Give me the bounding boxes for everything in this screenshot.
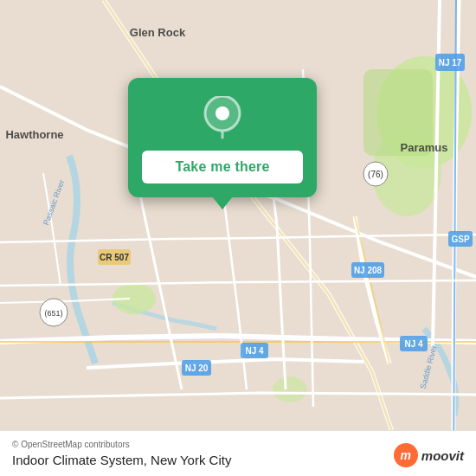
svg-text:(651): (651) bbox=[44, 309, 62, 318]
moovit-logo: m moovit bbox=[394, 443, 464, 467]
svg-text:NJ 4: NJ 4 bbox=[245, 346, 264, 356]
location-icon-wrapper bbox=[199, 95, 246, 142]
popup-card: Take me there bbox=[128, 78, 317, 197]
location-pin-icon bbox=[203, 96, 241, 141]
map-container: NJ 17 (76) NJ 208 NJ 4 NJ 4 NJ 20 CR 507… bbox=[0, 0, 476, 476]
svg-text:NJ 4: NJ 4 bbox=[404, 339, 423, 349]
svg-point-5 bbox=[273, 376, 307, 402]
svg-text:GSP: GSP bbox=[451, 235, 469, 244]
moovit-logo-icon: m bbox=[394, 443, 418, 467]
svg-text:(76): (76) bbox=[368, 170, 383, 179]
svg-text:NJ 20: NJ 20 bbox=[185, 363, 209, 373]
bottom-bar: © OpenStreetMap contributors Indoor Clim… bbox=[0, 430, 476, 476]
svg-text:CR 507: CR 507 bbox=[100, 253, 129, 262]
location-name: Indoor Climate System, New York City bbox=[12, 453, 231, 467]
map-background: NJ 17 (76) NJ 208 NJ 4 NJ 4 NJ 20 CR 507… bbox=[0, 0, 476, 476]
svg-point-31 bbox=[215, 106, 229, 120]
svg-text:Hawthorne: Hawthorne bbox=[5, 128, 63, 141]
svg-text:NJ 17: NJ 17 bbox=[439, 58, 462, 68]
svg-text:Glen Rock: Glen Rock bbox=[130, 26, 186, 39]
svg-text:Paramus: Paramus bbox=[401, 141, 448, 154]
svg-text:NJ 208: NJ 208 bbox=[354, 266, 383, 275]
take-me-there-button[interactable]: Take me there bbox=[142, 151, 303, 183]
moovit-brand-name: moovit bbox=[421, 448, 464, 463]
